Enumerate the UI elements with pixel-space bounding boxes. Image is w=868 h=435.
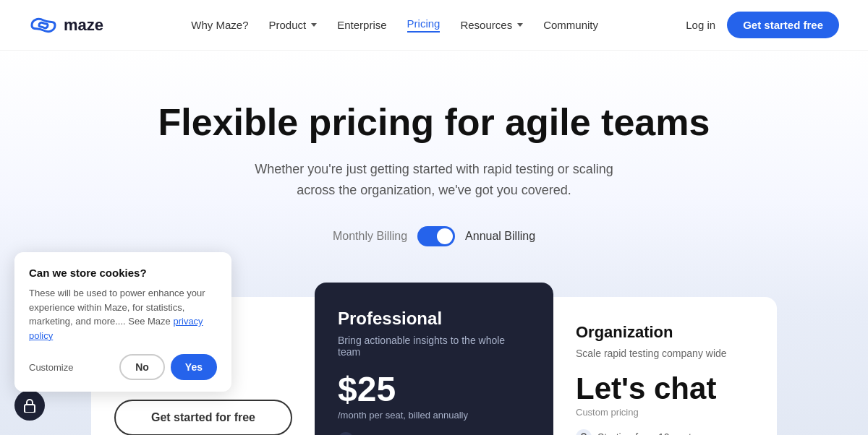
nav-actions: Log in Get started free	[686, 12, 839, 38]
resources-chevron-icon	[517, 23, 523, 27]
organization-plan-custom-price-sub: Custom pricing	[576, 407, 754, 418]
seat-icon	[338, 432, 354, 435]
nav-link-resources[interactable]: Resources	[460, 19, 523, 31]
monthly-billing-label: Monthly Billing	[333, 230, 407, 243]
lock-icon	[23, 398, 36, 413]
logo[interactable]: maze	[29, 16, 103, 35]
product-chevron-icon	[311, 23, 317, 27]
professional-plan-price-sub: /month per seat, billed annually	[338, 410, 530, 421]
cookie-text: These will be used to power enhance your…	[29, 286, 217, 343]
professional-plan-desc: Bring actionable insights to the whole t…	[338, 335, 530, 358]
navbar: maze Why Maze? Product Enterprise Pricin…	[0, 0, 868, 51]
organization-plan-title: Organization	[576, 323, 754, 342]
annual-billing-label: Annual Billing	[465, 230, 535, 243]
nav-link-pricing[interactable]: Pricing	[407, 17, 441, 33]
cookie-title: Can we store cookies?	[29, 267, 217, 279]
org-seat-icon	[576, 429, 592, 435]
cookie-yes-button[interactable]: Yes	[171, 354, 217, 380]
lock-badge[interactable]	[14, 390, 45, 421]
svg-rect-2	[25, 405, 35, 413]
professional-plan-seat-info: Starts from 1 seat	[338, 432, 530, 435]
cookie-buttons: No Yes	[119, 354, 217, 380]
hero-title: Flexible pricing for agile teams	[29, 101, 839, 145]
hero-subtitle: Whether you're just getting started with…	[246, 159, 622, 201]
professional-plan-price: $25	[338, 372, 530, 407]
organization-plan-seat-info: Starting from 10 seats	[576, 429, 754, 435]
free-plan-cta-button[interactable]: Get started for free	[114, 400, 292, 435]
nav-link-enterprise[interactable]: Enterprise	[337, 19, 386, 31]
maze-logo-icon	[29, 16, 58, 35]
organization-plan-card: Organization Scale rapid testing company…	[553, 297, 777, 435]
billing-toggle-switch[interactable]	[417, 226, 455, 246]
cookie-no-button[interactable]: No	[119, 354, 165, 380]
toggle-knob	[437, 228, 453, 244]
organization-plan-desc: Scale rapid testing company wide	[576, 348, 754, 359]
get-started-free-button[interactable]: Get started free	[727, 12, 839, 38]
nav-link-product[interactable]: Product	[269, 19, 318, 31]
login-link[interactable]: Log in	[686, 19, 715, 31]
nav-link-community[interactable]: Community	[543, 19, 598, 31]
professional-plan-card: Professional Bring actionable insights t…	[315, 283, 553, 435]
organization-plan-custom-price: Let's chat	[576, 374, 754, 404]
professional-plan-title: Professional	[338, 309, 530, 329]
nav-links: Why Maze? Product Enterprise Pricing Res…	[191, 17, 598, 33]
cookie-actions: Customize No Yes	[29, 354, 217, 380]
cookie-customize-link[interactable]: Customize	[29, 362, 73, 373]
logo-text: maze	[64, 16, 103, 35]
nav-link-why-maze[interactable]: Why Maze?	[191, 19, 248, 31]
cookie-banner: Can we store cookies? These will be used…	[14, 252, 231, 392]
billing-toggle: Monthly Billing Annual Billing	[29, 226, 839, 246]
